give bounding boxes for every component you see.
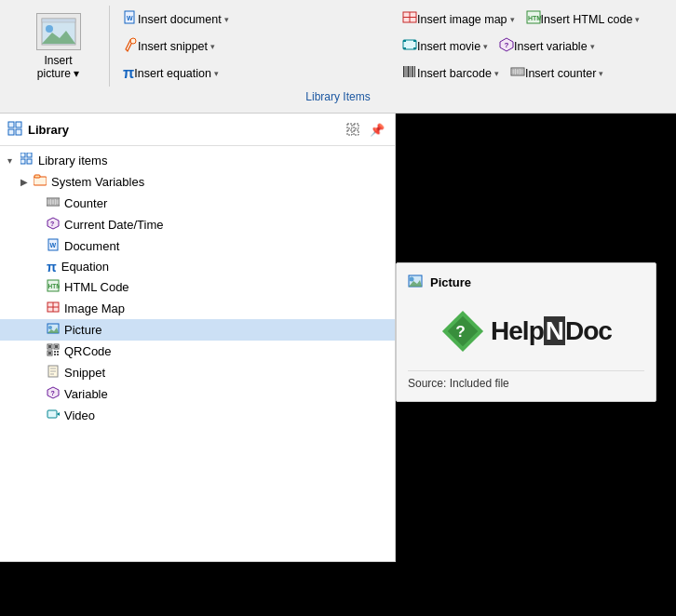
tree-item-current-date[interactable]: ? Current Date/Time [0,214,395,235]
svg-rect-16 [413,47,416,49]
svg-rect-22 [411,66,412,77]
tree-icon-image-map [47,301,60,316]
tree-icon-html-code: HTML [47,279,60,295]
logo-text: HelpNDoc [491,316,612,346]
tree-item-system-variables[interactable]: ▶ System Variables [0,171,395,193]
library-pin-button[interactable]: 📌 [367,119,387,140]
insert-image-map-arrow: ▾ [510,15,515,24]
insert-barcode-button[interactable]: Insert barcode ▾ [397,61,505,85]
main-area: Library 📌 ▾ [0,114,676,562]
svg-rect-45 [52,199,55,205]
tree-item-picture[interactable]: Picture [0,319,395,341]
insert-variable-button[interactable]: ? Insert variable ▾ [493,34,601,58]
svg-text:W: W [127,15,133,21]
svg-rect-23 [412,66,414,77]
svg-point-11 [130,38,136,44]
insert-counter-button[interactable]: Insert counter ▾ [505,61,609,85]
preview-image-area: ? HelpNDoc [408,300,644,363]
preview-card-header: Picture [408,275,644,290]
tree-item-library-items[interactable]: ▾ Library items [0,150,395,171]
svg-rect-38 [27,153,32,157]
tree-icon-counter [47,195,60,211]
tree-icon-snippet [47,365,60,381]
picture-icon-svg [41,18,76,46]
tree-label-system-variables: System Variables [51,175,144,189]
tree-icon-document: W [47,238,60,254]
tree-item-snippet[interactable]: Snippet [0,362,395,383]
right-panel: Picture ? HelpNDoc Source: Included file [396,114,676,562]
insert-picture-label: Insertpicture ▾ [37,54,79,80]
tree-label-variable: Variable [64,387,108,401]
svg-text:W: W [50,242,57,248]
insert-image-map-label: Insert image map [417,13,507,26]
svg-rect-30 [16,122,21,127]
library-title: Library [28,123,69,137]
insert-snippet-button[interactable]: Insert snippet ▾ [117,34,221,58]
tree-icon-system-variables [34,174,47,190]
toolbar: Insertpicture ▾ W Insert document ▾ [0,0,676,114]
library-header: Library 📌 [0,114,395,146]
tree-label-equation: Equation [61,260,109,274]
svg-rect-19 [403,66,405,77]
insert-document-label: Insert document [138,13,222,26]
svg-rect-60 [48,345,51,348]
tree-icon-qrcode [47,343,60,359]
insert-picture-icon [36,13,81,50]
svg-text:?: ? [455,322,466,341]
library-panel: Library 📌 ▾ [0,114,396,562]
tree-item-html-code[interactable]: HTML HTML Code [0,276,395,298]
insert-barcode-label: Insert barcode [417,67,492,80]
preview-source: Source: Included file [408,370,644,390]
svg-text:HTML: HTML [528,15,541,21]
tree-item-variable[interactable]: ? Variable [0,383,395,405]
svg-rect-24 [414,66,415,77]
svg-rect-46 [56,199,59,205]
svg-rect-42 [34,175,40,178]
svg-rect-62 [55,345,58,348]
logo-help: Help [491,316,544,345]
tree-item-counter[interactable]: Counter [0,193,395,214]
tree-item-document[interactable]: W Document [0,235,395,257]
svg-text:?: ? [505,41,509,49]
tree-arrow-system-variables: ▶ [20,177,34,187]
insert-html-code-button[interactable]: HTML Insert HTML code ▾ [521,7,646,31]
tree-icon-video [47,408,60,423]
svg-text:HTML: HTML [48,283,61,289]
insert-picture-button[interactable]: Insertpicture ▾ [7,6,110,87]
tree-label-qrcode: QRCode [64,344,112,358]
tree-icon-variable: ? [47,386,60,402]
insert-barcode-arrow: ▾ [494,69,499,78]
insert-html-code-arrow: ▾ [635,15,640,24]
tree-label-snippet: Snippet [64,366,105,380]
barcode-icon [402,64,417,82]
counter-icon [510,64,525,82]
svg-rect-14 [413,40,416,42]
tree-label-picture: Picture [64,323,101,337]
equation-icon: π [123,65,134,82]
insert-equation-button[interactable]: π Insert equation ▾ [117,62,224,85]
library-tree: ▾ Library items ▶ [0,146,395,561]
library-header-right: 📌 [343,119,387,140]
svg-rect-28 [521,69,523,74]
insert-image-map-button[interactable]: Insert image map ▾ [397,7,521,31]
tree-item-equation[interactable]: π Equation [0,257,395,276]
variable-icon: ? [499,37,514,55]
svg-point-2 [46,25,53,33]
toolbar-row-3-col3: Insert barcode ▾ Insert counter ▾ [389,60,669,87]
tree-icon-library-items [20,153,34,168]
tree-arrow-library-items: ▾ [7,155,20,166]
insert-document-button[interactable]: W Insert document ▾ [117,7,235,31]
helpndoc-logo: ? HelpNDoc [440,309,612,354]
insert-movie-button[interactable]: Insert movie ▾ [397,34,493,58]
insert-snippet-arrow: ▾ [210,42,215,51]
svg-rect-27 [516,69,519,74]
tree-item-qrcode[interactable]: QRCode [0,341,395,362]
tree-item-video[interactable]: Video [0,405,395,426]
insert-movie-arrow: ▾ [483,42,488,51]
logo-doc: Doc [565,316,612,345]
svg-text:?: ? [50,221,54,227]
library-grid-button[interactable] [343,119,363,140]
tree-item-image-map[interactable]: Image Map [0,298,395,319]
tree-label-image-map: Image Map [64,301,125,315]
svg-rect-66 [57,351,59,353]
